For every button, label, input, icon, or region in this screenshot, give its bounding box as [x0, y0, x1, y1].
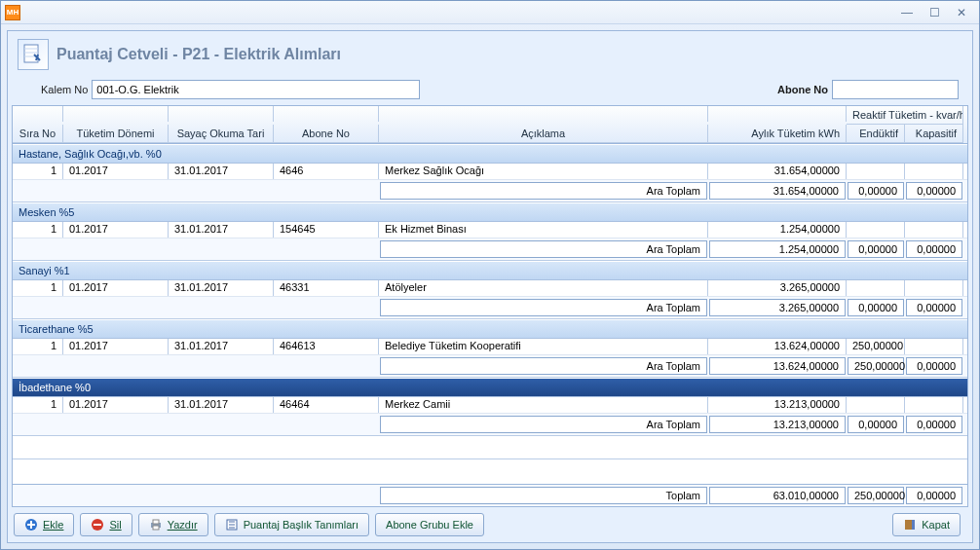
group-header[interactable]: İbadethane %0 — [13, 378, 967, 397]
filter-row: Kalem No 001-O.G. Elektrik Abone No — [12, 78, 968, 105]
cell-kapasitif[interactable] — [905, 280, 963, 296]
close-button[interactable]: ✕ — [948, 4, 975, 21]
cell-aciklama[interactable]: Merkez Sağlık Ocağı — [379, 164, 708, 179]
yazdir-button[interactable]: Yazdır — [138, 513, 208, 536]
data-row[interactable]: 101.201731.01.2017154645Ek Hizmet Binası… — [13, 222, 967, 238]
cell-sira[interactable]: 1 — [13, 164, 63, 179]
cell-tarih[interactable]: 31.01.2017 — [169, 280, 274, 296]
cell-abone[interactable]: 154645 — [274, 222, 379, 238]
cell-enduktif[interactable] — [847, 164, 905, 179]
book-icon — [225, 518, 239, 532]
col-abone[interactable]: Abone No — [274, 125, 379, 143]
data-row[interactable]: 101.201731.01.201746464Merkez Camii13.21… — [13, 397, 967, 414]
svg-rect-4 — [153, 520, 159, 524]
subtotal-aylik: 13.213,00000 — [709, 416, 846, 433]
col-enduktif[interactable]: Endüktif — [847, 125, 905, 143]
cell-kapasitif[interactable] — [905, 164, 963, 179]
cell-enduktif[interactable] — [847, 280, 905, 296]
titlebar[interactable]: MH — ☐ ✕ — [1, 1, 979, 24]
grup-label: Abone Grubu Ekle — [386, 519, 473, 531]
ekle-label: Ekle — [43, 519, 63, 531]
subtotal-row: Ara Toplam31.654,000000,000000,00000 — [13, 180, 967, 202]
data-row[interactable]: 101.201731.01.20174646Merkez Sağlık Ocağ… — [13, 164, 967, 180]
content-area: Puantaj Cetveli - P21 - Elektrik Alımlar… — [1, 24, 979, 549]
total-aylik: 63.010,00000 — [709, 487, 846, 504]
maximize-button[interactable]: ☐ — [921, 4, 948, 21]
kalem-no-label: Kalem No — [41, 84, 88, 95]
col-donem[interactable]: Tüketim Dönemi — [63, 125, 169, 143]
subtotal-row: Ara Toplam3.265,000000,000000,00000 — [13, 297, 967, 319]
abone-grubu-ekle-button[interactable]: Abone Grubu Ekle — [375, 513, 484, 536]
cell-aylik[interactable]: 13.213,00000 — [708, 397, 847, 413]
group-header[interactable]: Hastane, Sağlık Ocağı,vb. %0 — [13, 144, 967, 164]
cell-aylik[interactable]: 13.624,00000 — [708, 339, 847, 354]
cell-kapasitif[interactable] — [905, 339, 963, 354]
grid-body[interactable]: Hastane, Sağlık Ocağı,vb. %0101.201731.0… — [13, 144, 967, 458]
cell-donem[interactable]: 01.2017 — [63, 164, 169, 179]
cell-abone[interactable]: 464613 — [274, 339, 379, 354]
abone-no-input[interactable] — [832, 80, 959, 99]
cell-tarih[interactable]: 31.01.2017 — [169, 222, 274, 238]
kalem-no-combo[interactable]: 001-O.G. Elektrik — [92, 80, 420, 99]
cell-donem[interactable]: 01.2017 — [63, 397, 169, 413]
cell-aciklama[interactable]: Ek Hizmet Binası — [379, 222, 708, 238]
cell-tarih[interactable]: 31.01.2017 — [169, 397, 274, 413]
cell-tarih[interactable]: 31.01.2017 — [169, 164, 274, 179]
cell-enduktif[interactable]: 250,00000 — [847, 339, 905, 354]
cell-enduktif[interactable] — [847, 222, 905, 238]
kalem-no-value: 001-O.G. Elektrik — [96, 84, 178, 95]
totals-row: Toplam 63.010,00000 250,00000 0,00000 — [13, 484, 967, 506]
col-sira[interactable]: Sıra No — [13, 125, 63, 143]
cell-aylik[interactable]: 31.654,00000 — [708, 164, 847, 179]
total-enduktif: 250,00000 — [848, 487, 904, 504]
group-header[interactable]: Sanayi %1 — [13, 261, 967, 280]
subtotal-label: Ara Toplam — [380, 357, 707, 375]
data-grid: Reaktif Tüketim - kvar/h Sıra No Tüketim… — [12, 105, 968, 507]
grid-empty-row — [13, 458, 967, 484]
cell-donem[interactable]: 01.2017 — [63, 280, 169, 296]
subtotal-kapasitif: 0,00000 — [906, 182, 962, 200]
puantaj-baslik-button[interactable]: Puantaj Başlık Tanımları — [214, 513, 369, 536]
kapat-button[interactable]: Kapat — [892, 513, 961, 536]
cell-abone[interactable]: 46331 — [274, 280, 379, 296]
cell-sira[interactable]: 1 — [13, 222, 63, 238]
ekle-button[interactable]: Ekle — [14, 513, 74, 536]
sil-label: Sil — [109, 519, 121, 531]
cell-aciklama[interactable]: Merkez Camii — [379, 397, 708, 413]
cell-aciklama[interactable]: Atölyeler — [379, 280, 708, 296]
cell-kapasitif[interactable] — [905, 397, 963, 413]
col-kapasitif[interactable]: Kapasitif — [905, 125, 963, 143]
minus-icon — [91, 518, 104, 532]
cell-sira[interactable]: 1 — [13, 280, 63, 296]
group-header[interactable]: Mesken %5 — [13, 202, 967, 222]
col-aciklama[interactable]: Açıklama — [379, 125, 708, 143]
cell-aylik[interactable]: 3.265,00000 — [708, 280, 847, 296]
yazdir-label: Yazdır — [168, 519, 198, 531]
abone-no-label: Abone No — [777, 84, 828, 95]
cell-aylik[interactable]: 1.254,00000 — [708, 222, 847, 238]
subtotal-kapasitif: 0,00000 — [906, 357, 962, 375]
cell-abone[interactable]: 4646 — [274, 164, 379, 179]
cell-donem[interactable]: 01.2017 — [63, 339, 169, 354]
sil-button[interactable]: Sil — [80, 513, 132, 536]
group-header[interactable]: Ticarethane %5 — [13, 319, 967, 339]
cell-sira[interactable]: 1 — [13, 339, 63, 354]
data-row[interactable]: 101.201731.01.2017464613Belediye Tüketim… — [13, 339, 967, 355]
cell-donem[interactable]: 01.2017 — [63, 222, 169, 238]
cell-abone[interactable]: 46464 — [274, 397, 379, 413]
subtotal-kapasitif: 0,00000 — [906, 240, 962, 258]
kapat-label: Kapat — [922, 519, 950, 531]
subtotal-enduktif: 0,00000 — [848, 182, 904, 200]
cell-tarih[interactable]: 31.01.2017 — [169, 339, 274, 354]
subtotal-label: Ara Toplam — [380, 182, 707, 200]
cell-sira[interactable]: 1 — [13, 397, 63, 413]
col-reaktif-group[interactable]: Reaktif Tüketim - kvar/h — [847, 106, 963, 125]
data-row[interactable]: 101.201731.01.201746331Atölyeler3.265,00… — [13, 280, 967, 297]
col-tarih[interactable]: Sayaç Okuma Tari — [169, 125, 274, 143]
button-row: Ekle Sil Yazdır — [12, 507, 968, 536]
minimize-button[interactable]: — — [893, 4, 921, 21]
col-aylik[interactable]: Aylık Tüketim kWh — [708, 125, 847, 143]
cell-kapasitif[interactable] — [905, 222, 963, 238]
cell-aciklama[interactable]: Belediye Tüketim Kooperatifi — [379, 339, 708, 354]
cell-enduktif[interactable] — [847, 397, 905, 413]
